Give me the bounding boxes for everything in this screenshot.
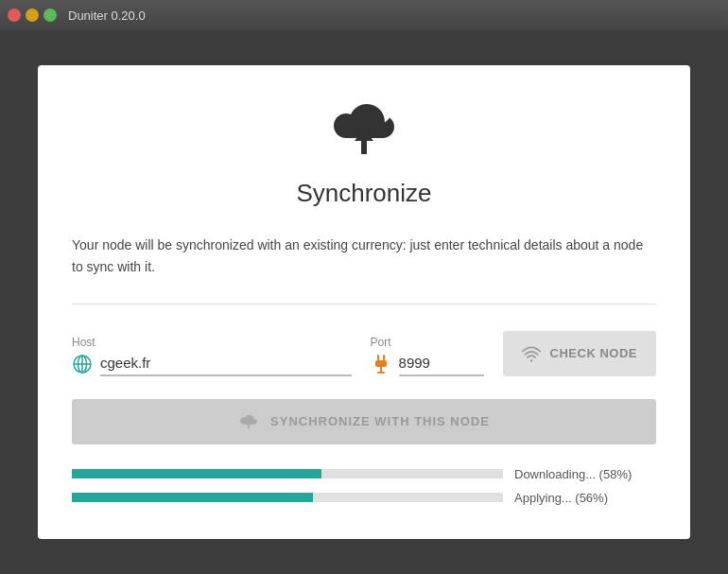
applying-row: Applying... (56%) — [72, 491, 656, 505]
plug-icon — [371, 354, 391, 374]
downloading-row: Downloading... (58%) — [72, 467, 656, 481]
host-field-group: Host — [72, 336, 352, 376]
app-title: Duniter 0.20.0 — [68, 9, 146, 23]
check-node-label: CHECK NODE — [550, 346, 637, 360]
main-area: Synchronize Your node will be synchroniz… — [0, 30, 728, 574]
applying-progress-fill — [72, 493, 313, 502]
host-input[interactable] — [100, 353, 352, 376]
check-node-button[interactable]: CHECK NODE — [503, 331, 656, 376]
host-field-wrapper — [72, 353, 352, 376]
downloading-label: Downloading... (58%) — [514, 467, 656, 481]
downloading-progress-fill — [72, 469, 321, 478]
port-label: Port — [371, 336, 484, 349]
host-label: Host — [72, 336, 352, 349]
port-input[interactable] — [399, 353, 484, 376]
port-field-wrapper — [371, 353, 484, 376]
card-header: Synchronize — [72, 96, 656, 208]
port-field-group: Port — [371, 336, 484, 376]
window-controls — [8, 9, 57, 22]
sync-button[interactable]: SYNCHRONIZE WITH THIS NODE — [72, 399, 656, 444]
downloading-progress-bar — [72, 469, 503, 478]
applying-progress-bar — [72, 493, 503, 502]
svg-rect-7 — [375, 360, 387, 367]
title-bar: Duniter 0.20.0 — [0, 0, 728, 30]
minimize-button[interactable] — [26, 9, 39, 22]
maximize-button[interactable] — [43, 9, 57, 22]
sync-cloud-icon — [238, 412, 259, 431]
description-text: Your node will be synchronized with an e… — [72, 235, 656, 304]
globe-icon — [72, 354, 93, 374]
progress-section: Downloading... (58%) Applying... (56%) — [72, 467, 656, 505]
applying-label: Applying... (56%) — [514, 491, 656, 505]
cloud-download-icon — [326, 96, 402, 162]
page-title: Synchronize — [296, 179, 431, 208]
wifi-icon — [522, 344, 541, 363]
close-button[interactable] — [8, 9, 21, 22]
sync-button-label: SYNCHRONIZE WITH THIS NODE — [270, 414, 490, 428]
svg-point-10 — [529, 359, 532, 362]
fields-row: Host Port — [72, 331, 656, 376]
sync-card: Synchronize Your node will be synchroniz… — [38, 65, 690, 539]
